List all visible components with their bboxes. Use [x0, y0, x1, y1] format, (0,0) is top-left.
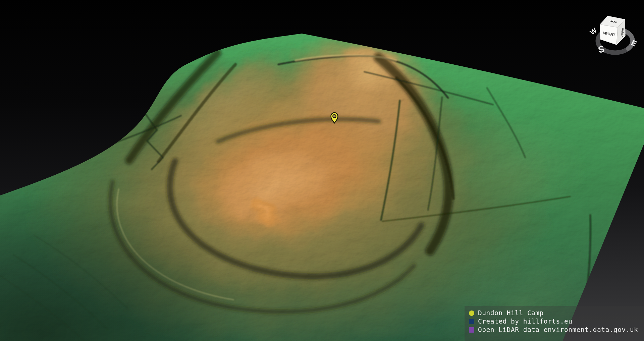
legend-label-credit: Created by hillforts.eu	[478, 317, 573, 326]
pin-hole	[333, 115, 336, 118]
legend-item-site: Dundon Hill Camp	[469, 309, 644, 317]
lidar-3d-viewport[interactable]: W S E TOP FRONT RIGHT Dundon Hill Camp C…	[0, 0, 644, 341]
legend-label-data-source: Open LiDAR data environment.data.gov.uk	[478, 326, 638, 334]
legend-item-credit: Created by hillforts.eu	[469, 317, 644, 326]
legend-marker-credit	[469, 319, 474, 324]
legend-marker-site	[469, 310, 474, 316]
legend-label-site: Dundon Hill Camp	[478, 309, 544, 317]
legend-panel: Dundon Hill Camp Created by hillforts.eu…	[465, 306, 644, 341]
legend-marker-data-source	[469, 327, 474, 333]
legend-item-data-source: Open LiDAR data environment.data.gov.uk	[469, 326, 644, 334]
